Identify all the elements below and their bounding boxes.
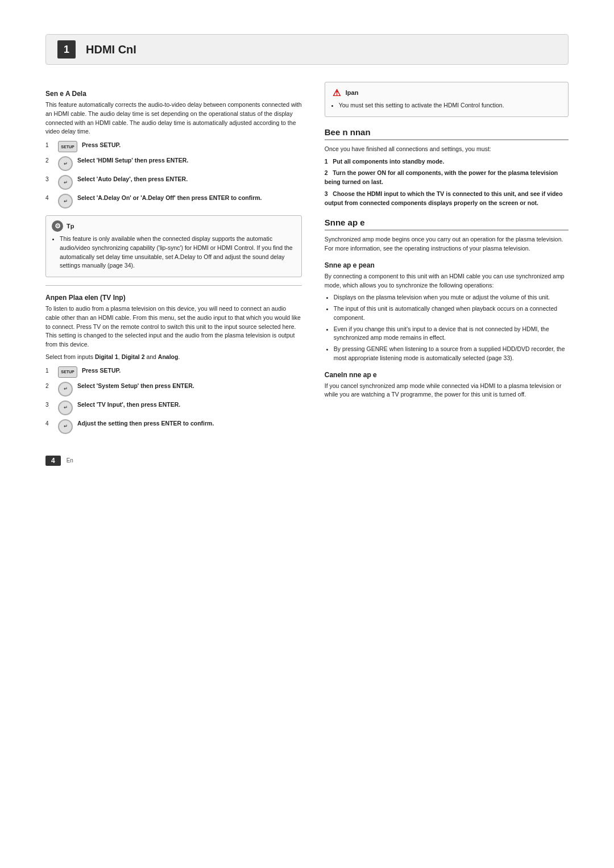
snne-ap-e-pean-list: Displays on the plasma television when y…: [325, 293, 569, 362]
step-row: 1 SETUP Press SETUP.: [45, 141, 302, 152]
snne-ap-e-section: Snne ap e Synchronized amp mode begins o…: [325, 218, 569, 399]
note-box: ⚠ Ipan You must set this setting to acti…: [325, 82, 569, 117]
note-title: Ipan: [346, 89, 359, 96]
enter-icon: ↵: [58, 156, 73, 171]
step-number: 1: [45, 366, 53, 374]
note-item: You must set this setting to activate th…: [339, 101, 562, 110]
divider: [45, 285, 302, 286]
page-lang: En: [67, 457, 73, 464]
page-number: 4: [45, 456, 61, 466]
warning-icon: ⚠: [331, 87, 342, 98]
tip-item: This feature is only available when the …: [60, 235, 296, 270]
chapter-number: 1: [57, 40, 76, 59]
anpen-title: Anpen Plaa elen (TV Inp): [45, 294, 302, 302]
list-item: By pressing GENRE when listening to a so…: [334, 345, 569, 363]
step-number: 4: [45, 194, 53, 201]
step-row: 2 ↵ Select 'System Setup' then press ENT…: [45, 382, 302, 397]
step-text: Press SETUP.: [82, 141, 302, 149]
step-text: Select 'HDMI Setup' then press ENTER.: [77, 156, 302, 165]
step-row: 1 SETUP Press SETUP.: [45, 366, 302, 378]
step-number: 1: [45, 141, 53, 148]
step-text: Select 'Auto Delay', then press ENTER.: [77, 175, 302, 183]
step-number: 3: [45, 175, 53, 182]
step-number: 4: [45, 419, 53, 427]
caneln-nne-section: Caneln nne ap e If you cancel synchroniz…: [325, 371, 569, 400]
tip-list: This feature is only available when the …: [52, 235, 296, 270]
bold-step: 2 Turn the power ON for all components, …: [325, 169, 569, 187]
anpen-body: To listen to audio from a plasma televis…: [45, 304, 302, 349]
snne-ap-e-pean-title: Snne ap e pean: [325, 261, 569, 269]
left-column: Sen e A Dela This feature automatically …: [45, 82, 302, 439]
caneln-nne-body: If you cancel synchronized amp mode whil…: [325, 382, 569, 400]
tip-box: ⚙ Tp This feature is only available when…: [45, 215, 302, 277]
anpen-section: Anpen Plaa elen (TV Inp) To listen to au…: [45, 294, 302, 434]
step-row: 2 ↵ Select 'HDMI Setup' then press ENTER…: [45, 156, 302, 171]
auto-delay-section: Sen e A Dela This feature automatically …: [45, 90, 302, 277]
snne-ap-e-pean-intro: By connecting a component to this unit w…: [325, 272, 569, 290]
enter-icon: ↵: [58, 194, 73, 208]
step-text: Press SETUP.: [82, 366, 302, 375]
snne-ap-e-title: Snne ap e: [325, 218, 569, 231]
step-row: 3 ↵ Select 'Auto Delay', then press ENTE…: [45, 175, 302, 190]
chapter-header: 1 HDMI CnI: [45, 34, 569, 65]
step-row: 4 ↵ Select 'A.Delay On' or 'A.Delay Off'…: [45, 194, 302, 208]
been-nnan-section: Bee n nnan Once you have finished all co…: [325, 127, 569, 208]
note-list: You must set this setting to activate th…: [331, 101, 562, 110]
step-text: Adjust the setting then press ENTER to c…: [77, 419, 302, 428]
chapter-title: HDMI CnI: [86, 43, 136, 56]
setup-icon: SETUP: [58, 141, 77, 152]
tip-header: ⚙ Tp: [52, 220, 296, 232]
enter-icon: ↵: [58, 400, 73, 415]
step-row: 3 ↵ Select 'TV Input', then press ENTER.: [45, 400, 302, 415]
right-column: ⚠ Ipan You must set this setting to acti…: [325, 82, 569, 439]
note-header: ⚠ Ipan: [331, 87, 562, 98]
enter-icon: ↵: [58, 382, 73, 397]
tip-title: Tp: [67, 223, 74, 229]
list-item: Even if you change this unit's input to …: [334, 325, 569, 343]
list-item: The input of this unit is automatically …: [334, 304, 569, 323]
gear-icon: ⚙: [52, 220, 63, 232]
page-footer: 4 En: [45, 456, 569, 466]
auto-delay-body: This feature automatically corrects the …: [45, 101, 302, 136]
been-nnan-title: Bee n nnan: [325, 127, 569, 140]
list-item: Displays on the plasma television when y…: [334, 293, 569, 302]
step-number: 2: [45, 382, 53, 389]
step-text: Select 'TV Input', then press ENTER.: [77, 400, 302, 409]
caneln-nne-title: Caneln nne ap e: [325, 371, 569, 379]
step-text: Select 'System Setup' then press ENTER.: [77, 382, 302, 390]
enter-icon: ↵: [58, 419, 73, 434]
snne-ap-e-body: Synchronized amp mode begins once you ca…: [325, 235, 569, 253]
snne-ap-e-pean-section: Snne ap e pean By connecting a component…: [325, 261, 569, 363]
setup-icon: SETUP: [58, 366, 77, 378]
step-row: 4 ↵ Adjust the setting then press ENTER …: [45, 419, 302, 434]
been-nnan-intro: Once you have finished all connections a…: [325, 145, 569, 154]
auto-delay-steps: 1 SETUP Press SETUP. 2 ↵ Select 'HDMI Se…: [45, 141, 302, 208]
step-number: 2: [45, 156, 53, 164]
been-nnan-steps: 1 Put all components into standby mode. …: [325, 157, 569, 208]
auto-delay-title: Sen e A Dela: [45, 90, 302, 98]
anpen-steps: 1 SETUP Press SETUP. 2 ↵ Select 'System …: [45, 366, 302, 434]
bold-step: 1 Put all components into standby mode.: [325, 157, 569, 166]
anpen-select-text: Select from inputs Digital 1, Digital 2 …: [45, 353, 302, 362]
step-text: Select 'A.Delay On' or 'A.Delay Off' the…: [77, 194, 302, 202]
step-number: 3: [45, 400, 53, 408]
bold-step: 3 Choose the HDMI input to which the TV …: [325, 190, 569, 208]
enter-icon: ↵: [58, 175, 73, 190]
